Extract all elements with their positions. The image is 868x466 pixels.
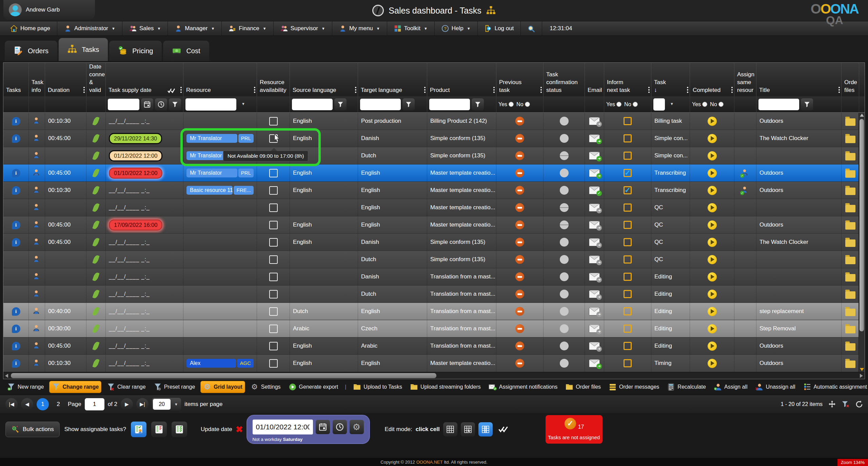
column-header-availability[interactable]: Resourceavailability: [257, 63, 290, 96]
task-row-7[interactable]: i00:45:0017/09/2022 16:00EnglishEnglishM…: [3, 216, 865, 234]
filter-funnel-icon[interactable]: [472, 98, 484, 111]
filter-funnel-icon[interactable]: [169, 98, 181, 111]
move-icon[interactable]: [828, 400, 836, 408]
filter-text-input[interactable]: [360, 99, 401, 110]
order-files-icon[interactable]: [845, 118, 855, 126]
new-range-button[interactable]: New range: [5, 381, 46, 393]
page-2-button[interactable]: 2: [52, 398, 64, 410]
filter-yes-radio[interactable]: [616, 102, 622, 107]
inform-next-task-checkbox[interactable]: [624, 290, 632, 298]
column-header-date-valid[interactable]: Dateconne&valid: [86, 63, 106, 96]
column-menu-icon[interactable]: [648, 87, 650, 93]
filter-funnel-icon[interactable]: [402, 98, 415, 111]
inform-next-task-checkbox[interactable]: [624, 273, 632, 281]
order-files-icon[interactable]: [845, 326, 855, 333]
grid-layout-button[interactable]: ⚙Grid layout: [200, 381, 245, 393]
menu-item-toolkit[interactable]: Toolkit▼: [387, 21, 435, 36]
page-input[interactable]: [85, 398, 104, 410]
unassigned-alert[interactable]: ✓ 17 Tasks are not assigned: [546, 415, 603, 444]
filter-yes-radio[interactable]: [702, 102, 707, 107]
column-header-tasks[interactable]: Tasks: [3, 63, 29, 96]
page-1-button[interactable]: 1: [37, 398, 49, 410]
column-header-email[interactable]: Email: [585, 63, 604, 96]
filter-select[interactable]: [185, 98, 236, 111]
availability-checkbox[interactable]: [269, 359, 278, 368]
column-header-task[interactable]: Task↓: [651, 63, 690, 96]
generate-export-button[interactable]: Generate export: [286, 381, 341, 393]
resource-pill[interactable]: AlexAGC: [186, 359, 254, 368]
column-menu-icon[interactable]: [687, 87, 688, 93]
column-header-inform-next[interactable]: Informnext task: [604, 63, 651, 96]
date-placeholder[interactable]: __/__/____ _:_: [109, 360, 150, 366]
filter-text-input[interactable]: [758, 99, 799, 110]
inform-next-task-checkbox[interactable]: [624, 117, 632, 125]
email-icon[interactable]: ➔: [589, 221, 600, 229]
inform-next-task-checkbox[interactable]: [624, 359, 632, 367]
inform-next-task-checkbox[interactable]: ✓: [624, 186, 632, 194]
order-files-icon[interactable]: [845, 257, 855, 264]
prev-page-button[interactable]: ◀: [21, 398, 33, 410]
task-row-2[interactable]: i00:45:0029/11/2022 14:30Mr TranslatorPR…: [3, 130, 865, 147]
email-icon[interactable]: ➔: [589, 169, 600, 177]
column-menu-icon[interactable]: [839, 87, 840, 93]
availability-checkbox[interactable]: [269, 273, 278, 281]
column-header-confirmation[interactable]: Taskconfirmationstatus: [544, 63, 585, 96]
task-row-4[interactable]: i00:45:0001/10/2022 12:00Mr TranslatorPR…: [3, 164, 865, 182]
email-icon[interactable]: ➔: [589, 152, 600, 160]
availability-checkbox[interactable]: [269, 117, 278, 125]
vscroll-thumb[interactable]: [860, 119, 864, 331]
assignable-view-1-button[interactable]: [131, 422, 146, 437]
completed-play-icon[interactable]: [708, 134, 717, 143]
email-icon[interactable]: ➔: [589, 238, 600, 246]
completed-play-icon[interactable]: [708, 307, 717, 316]
menu-item-my-menu[interactable]: My menu▼: [332, 21, 387, 36]
task-row-5[interactable]: i00:10:30__/__/____ _:_Basic resource 11…: [3, 182, 865, 199]
bulk-actions-button[interactable]: Bulk actions: [5, 422, 60, 437]
date-placeholder[interactable]: __/__/____ _:_: [109, 239, 150, 245]
order-files-icon[interactable]: [845, 205, 855, 212]
email-icon[interactable]: ✓: [589, 187, 600, 194]
task-row-6[interactable]: __/__/____ _:_EnglishMaster template cre…: [3, 199, 865, 216]
inform-next-task-checkbox[interactable]: [624, 152, 632, 160]
order-files-icon[interactable]: [845, 222, 855, 230]
date-placeholder[interactable]: __/__/____ _:_: [109, 256, 150, 263]
availability-checkbox[interactable]: [269, 307, 278, 316]
scroll-up-arrow[interactable]: [860, 114, 864, 117]
availability-checkbox[interactable]: [269, 186, 278, 195]
availability-checkbox[interactable]: [269, 169, 278, 177]
order-files-icon[interactable]: [845, 274, 855, 281]
resource-pill[interactable]: Mr TranslatorPRL: [186, 169, 254, 177]
task-details-icon[interactable]: i: [12, 307, 20, 316]
inform-next-task-checkbox[interactable]: [624, 325, 632, 333]
tab-pricing[interactable]: Pricing: [109, 41, 162, 61]
task-details-icon[interactable]: i: [12, 221, 20, 229]
order-files-icon[interactable]: [845, 153, 855, 160]
column-menu-icon[interactable]: [180, 87, 182, 93]
email-icon[interactable]: ➔: [589, 256, 600, 264]
email-icon[interactable]: ➔: [589, 204, 600, 212]
column-header-resource[interactable]: Resource: [183, 63, 257, 96]
completed-play-icon[interactable]: [708, 342, 717, 351]
edit-mode-column-button[interactable]: [478, 422, 493, 436]
task-row-15[interactable]: i00:10:30__/__/____ _:_AlexAGCEnglishEng…: [3, 355, 865, 372]
task-details-icon[interactable]: i: [12, 117, 20, 125]
supply-date-pill[interactable]: 29/11/2022 14:30: [109, 133, 162, 144]
assignable-view-3-button[interactable]: [172, 422, 187, 437]
menu-item-manager[interactable]: Manager▼: [168, 21, 222, 36]
task-details-icon[interactable]: i: [12, 134, 20, 143]
scroll-right-arrow[interactable]: [860, 374, 863, 378]
tab-orders[interactable]: Orders: [5, 41, 57, 61]
time-button[interactable]: [333, 420, 347, 434]
inform-next-task-checkbox[interactable]: [624, 134, 632, 142]
upload-streaming-folders-button[interactable]: Upload streaming folders: [408, 381, 483, 393]
availability-checkbox[interactable]: [269, 203, 278, 212]
order-files-icon[interactable]: [845, 188, 855, 195]
unassign-all-button[interactable]: Unassign all: [753, 381, 797, 393]
date-placeholder[interactable]: __/__/____ _:_: [109, 274, 150, 280]
menu-item-administrator[interactable]: Administrator▼: [57, 21, 122, 36]
task-details-icon[interactable]: i: [12, 342, 20, 350]
order-files-icon[interactable]: [845, 170, 855, 178]
task-row-10[interactable]: __/__/____ _:_DanishTranslation from a m…: [3, 268, 865, 286]
filter-no-radio[interactable]: [718, 102, 724, 107]
tab-cost[interactable]: Cost: [163, 41, 209, 61]
